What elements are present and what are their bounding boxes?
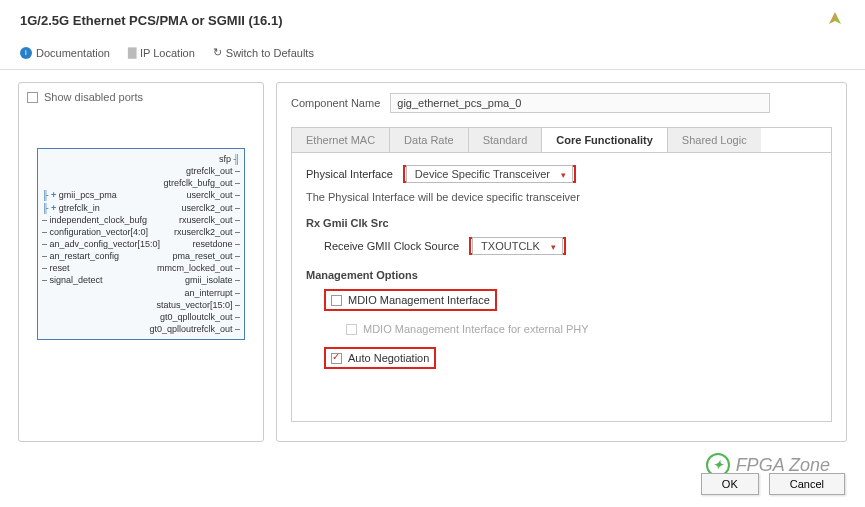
component-name-input[interactable] — [390, 93, 770, 113]
physical-interface-select[interactable]: Device Specific Transceiver ▾ — [406, 165, 573, 183]
port-out: gt0_qplloutrefclk_out — [149, 324, 232, 334]
info-icon: i — [20, 47, 32, 59]
window-title: 1G/2.5G Ethernet PCS/PMA or SGMII (16.1) — [20, 13, 282, 28]
mdio-external-phy-label: MDIO Management Interface for external P… — [363, 323, 589, 335]
port-out: gtrefclk_bufg_out — [163, 178, 232, 188]
physical-interface-label: Physical Interface — [306, 168, 393, 180]
toolbar: i Documentation ▇ IP Location ↻ Switch t… — [0, 40, 865, 70]
config-panel: Component Name Ethernet MAC Data Rate St… — [276, 82, 847, 442]
mdio-external-phy-checkbox — [346, 324, 357, 335]
show-disabled-ports-label: Show disabled ports — [44, 91, 143, 103]
auto-negotiation-checkbox[interactable] — [331, 353, 342, 364]
tab-shared-logic[interactable]: Shared Logic — [668, 128, 761, 152]
port-out: sfp — [219, 154, 231, 164]
ip-location-link[interactable]: ▇ IP Location — [128, 46, 195, 59]
port-in: reset — [50, 263, 70, 273]
auto-negotiation-label: Auto Negotiation — [348, 352, 429, 364]
mdio-management-checkbox[interactable] — [331, 295, 342, 306]
cancel-button[interactable]: Cancel — [769, 473, 845, 495]
port-out: userclk_out — [186, 190, 232, 200]
switch-defaults-label: Switch to Defaults — [226, 47, 314, 59]
port-out: resetdone — [192, 239, 232, 249]
port-out: rxuserclk2_out — [174, 227, 233, 237]
physical-interface-value: Device Specific Transceiver — [415, 168, 550, 180]
port-out: rxuserclk_out — [179, 215, 233, 225]
tab-standard[interactable]: Standard — [469, 128, 543, 152]
port-in: gtrefclk_in — [59, 203, 100, 213]
ip-location-label: IP Location — [140, 47, 195, 59]
port-out: gtrefclk_out — [186, 166, 233, 176]
physical-interface-hint: The Physical Interface will be device sp… — [306, 191, 817, 203]
tab-core-functionality[interactable]: Core Functionality — [542, 128, 668, 152]
port-in: gmii_pcs_pma — [59, 190, 117, 200]
tab-data-rate[interactable]: Data Rate — [390, 128, 469, 152]
block-diagram-panel: Show disabled ports sfp ╢ gtrefclk_out –… — [18, 82, 264, 442]
tabs: Ethernet MAC Data Rate Standard Core Fun… — [291, 127, 832, 152]
port-out: pma_reset_out — [172, 251, 232, 261]
mdio-management-label: MDIO Management Interface — [348, 294, 490, 306]
port-out: gmii_isolate — [185, 275, 233, 285]
port-in: independent_clock_bufg — [50, 215, 148, 225]
port-out: userclk2_out — [181, 203, 232, 213]
refresh-icon: ↻ — [213, 46, 222, 59]
tab-ethernet-mac[interactable]: Ethernet MAC — [292, 128, 390, 152]
tab-content: Physical Interface Device Specific Trans… — [291, 152, 832, 422]
rx-gmii-clock-select[interactable]: TXOUTCLK ▾ — [472, 237, 563, 255]
chevron-down-icon: ▾ — [561, 170, 566, 180]
port-out: status_vector[15:0] — [156, 300, 232, 310]
documentation-label: Documentation — [36, 47, 110, 59]
port-out: an_interrupt — [184, 288, 232, 298]
rx-gmii-clock-label: Receive GMII Clock Source — [324, 240, 459, 252]
port-in: signal_detect — [50, 275, 103, 285]
vendor-logo-icon — [825, 10, 845, 30]
documentation-link[interactable]: i Documentation — [20, 47, 110, 59]
ok-button[interactable]: OK — [701, 473, 759, 495]
switch-defaults-link[interactable]: ↻ Switch to Defaults — [213, 46, 314, 59]
management-options-title: Management Options — [306, 269, 817, 281]
port-in: configuration_vector[4:0] — [50, 227, 149, 237]
ip-block-symbol: sfp ╢ gtrefclk_out – gtrefclk_bufg_out –… — [37, 148, 245, 340]
rx-gmii-clock-value: TXOUTCLK — [481, 240, 540, 252]
chevron-down-icon: ▾ — [551, 242, 556, 252]
port-out: gt0_qplloutclk_out — [160, 312, 233, 322]
port-in: an_adv_config_vector[15:0] — [50, 239, 161, 249]
component-name-label: Component Name — [291, 97, 380, 109]
folder-icon: ▇ — [128, 46, 136, 59]
rx-gmii-section-title: Rx Gmii Clk Src — [306, 217, 817, 229]
show-disabled-ports-checkbox[interactable] — [27, 92, 38, 103]
port-in: an_restart_config — [50, 251, 120, 261]
port-out: mmcm_locked_out — [157, 263, 233, 273]
